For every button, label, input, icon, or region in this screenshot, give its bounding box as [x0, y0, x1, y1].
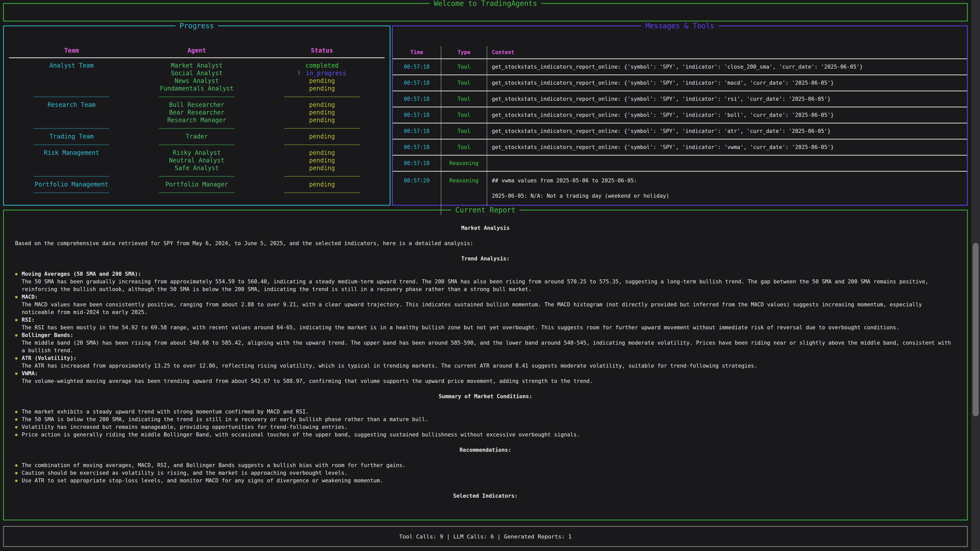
team-group-separator — [259, 140, 385, 149]
agent-status-label: completed — [305, 62, 339, 69]
list-item-text: Use ATR to set appropriate stop-loss lev… — [22, 477, 956, 484]
team-name-cell — [9, 164, 134, 172]
message-content-line: ## vwma values from 2025-05-06 to 2025-0… — [492, 177, 967, 184]
agent-status-cell: pending — [259, 181, 385, 188]
list-item-body: The volume-weighted moving average has b… — [22, 378, 593, 384]
separator-line — [34, 97, 109, 97]
agent-name-cell: Portfolio Manager — [134, 181, 259, 188]
agent-status-cell: pending — [259, 116, 385, 124]
list-item-text: The 50 SMA is below the 200 SMA, indicat… — [22, 416, 956, 423]
message-type: Tool — [441, 75, 487, 91]
progress-header-separator — [9, 57, 385, 58]
message-time: 00:57:18 — [393, 156, 441, 171]
message-time: 00:57:18 — [393, 59, 441, 75]
messages-table: TimeTypeContent00:57:18Toolget_stockstat… — [393, 46, 967, 210]
list-item-text: Bollinger Bands:The middle band (20 SMA)… — [22, 331, 956, 354]
list-item: ●Caution should be exercised as volatili… — [15, 469, 956, 477]
messages-column-header: Content — [487, 46, 967, 59]
list-item-body: The middle band (20 SMA) has been rising… — [22, 340, 951, 354]
separator-line — [34, 128, 109, 129]
progress-panel: Progress TeamAgentStatusAnalyst TeamMark… — [3, 25, 390, 206]
message-time: 00:57:20 — [393, 171, 441, 215]
team-group-separator — [134, 172, 259, 181]
messages-column-header: Type — [441, 46, 487, 59]
message-content-text: get_stockstats_indicators_report_online:… — [492, 95, 831, 103]
agent-status-cell: pending — [259, 164, 385, 172]
message-content: get_stockstats_indicators_report_online:… — [487, 140, 967, 155]
agent-name-cell: Bull Researcher — [134, 101, 259, 109]
message-content-text: get_stockstats_indicators_report_online:… — [492, 111, 834, 119]
team-name-cell: Analyst Team — [9, 62, 134, 69]
scrollbar-thumb[interactable] — [973, 243, 979, 416]
bullet-icon: ● — [15, 370, 22, 385]
message-content-text: get_stockstats_indicators_report_online:… — [492, 143, 834, 151]
messages-header-row: TimeTypeContent — [393, 46, 967, 59]
agent-name-cell: Market Analyst — [134, 62, 259, 69]
scrollbar-track[interactable] — [971, 0, 980, 551]
list-item: ●ATR (Volatility):The ATR has increased … — [15, 354, 956, 370]
bullet-icon: ● — [15, 469, 22, 477]
team-name-cell: Research Team — [9, 101, 134, 109]
bullet-icon: ● — [15, 416, 22, 423]
list-item-label: MACD: — [22, 293, 956, 301]
message-row: 00:57:18Toolget_stockstats_indicators_re… — [393, 75, 967, 91]
team-name-cell — [9, 85, 134, 92]
agent-status-label: pending — [309, 165, 335, 171]
list-item: ●Price action is generally riding the mi… — [15, 431, 956, 438]
list-item: ●Use ATR to set appropriate stop-loss le… — [15, 477, 956, 484]
list-item-body: The MACD values have been consistently p… — [22, 302, 922, 315]
agent-status-cell: pending — [259, 149, 385, 157]
team-name-cell — [9, 116, 134, 124]
list-item-text: Price action is generally riding the mid… — [22, 431, 956, 438]
separator-line — [284, 176, 360, 177]
agent-status-cell: pending — [259, 109, 385, 116]
bullet-icon: ● — [15, 477, 22, 484]
message-content: ## vwma values from 2025-05-06 to 2025-0… — [487, 171, 967, 215]
message-time: 00:57:18 — [393, 91, 441, 106]
agent-status-label: pending — [309, 157, 335, 164]
list-item-text: The combination of moving averages, MACD… — [22, 462, 956, 469]
message-row: 00:57:18Toolget_stockstats_indicators_re… — [393, 106, 967, 123]
separator-line — [159, 144, 234, 145]
separator-line — [159, 128, 234, 129]
agent-status-cell: completed — [259, 62, 385, 69]
summary-heading-list: ●The market exhibits a steady upward tre… — [15, 408, 956, 438]
agent-status-label: pending — [309, 101, 335, 108]
agent-name-cell: Neutral Analyst — [134, 157, 259, 164]
list-item-text: Volatility has increased but remains man… — [22, 423, 956, 431]
stats-text: Tool Calls: 9 | LLM Calls: 6 | Generated… — [399, 534, 572, 540]
message-content-text: get_stockstats_indicators_report_online:… — [492, 79, 834, 87]
agent-status-label: pending — [309, 85, 335, 92]
bullet-icon: ● — [15, 331, 22, 354]
agent-status-label: pending — [309, 109, 335, 116]
separator-line — [159, 97, 234, 97]
list-item: ●The 50 SMA is below the 200 SMA, indica… — [15, 416, 956, 423]
agent-status-label: in_progress — [306, 70, 346, 77]
agent-status-cell: pending — [259, 101, 385, 109]
list-item-text: Caution should be exercised as volatilit… — [22, 469, 956, 477]
agent-status-label: pending — [309, 133, 335, 140]
recommendations-heading: Recommendations: — [15, 446, 956, 454]
list-item: ●Moving Averages (50 SMA and 200 SMA):Th… — [15, 270, 956, 293]
team-group-separator — [9, 124, 134, 133]
list-item: ●VWMA:The volume-weighted moving average… — [15, 370, 956, 385]
messages-panel: Messages & Tools TimeTypeContent00:57:18… — [392, 25, 968, 206]
list-item-text: The market exhibits a steady upward tren… — [22, 408, 956, 416]
separator-line — [34, 176, 109, 177]
trend-heading: Trend Analysis: — [15, 255, 956, 262]
list-item-label: VWMA: — [22, 370, 956, 377]
team-group-separator — [259, 188, 385, 197]
progress-column-header: Status — [259, 47, 385, 57]
bullet-icon: ● — [15, 354, 22, 370]
list-item-text: Moving Averages (50 SMA and 200 SMA):The… — [22, 270, 956, 293]
stats-bar: Tool Calls: 9 | LLM Calls: 6 | Generated… — [3, 526, 968, 547]
team-group-separator — [9, 140, 134, 149]
bullet-icon: ● — [15, 293, 22, 316]
message-content-line: 2025-06-05: N/A: Not a trading day (week… — [492, 192, 967, 200]
progress-panel-title: Progress — [176, 22, 218, 30]
report-body: Market AnalysisBased on the comprehensiv… — [4, 210, 967, 500]
team-name-cell: Risk Management — [9, 149, 134, 157]
team-group-separator — [9, 188, 134, 197]
message-time: 00:57:18 — [393, 140, 441, 155]
list-item-text: RSI:The RSI has been mostly in the 54.92… — [22, 316, 956, 331]
